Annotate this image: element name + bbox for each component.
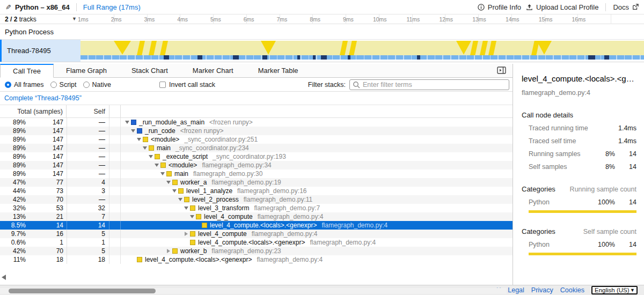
- collapse-icon[interactable]: [153, 164, 159, 167]
- activity-slash: [488, 41, 496, 55]
- ruler-tick-label: 13ms: [465, 16, 486, 23]
- calltree-row[interactable]: 42%70—level_2_processflamegraph_demo.py:…: [0, 195, 513, 204]
- row-self-samples: 1: [67, 238, 109, 247]
- collapse-icon[interactable]: [171, 189, 177, 193]
- column-header-spacer: [109, 105, 121, 117]
- radio-script[interactable]: Script: [50, 81, 77, 88]
- category-percent: 100%: [591, 241, 615, 248]
- activity-triangle: [537, 41, 552, 55]
- calltree-row[interactable]: 89%147—mainflamegraph_demo.py:30: [0, 169, 513, 178]
- footer-link-legal[interactable]: Legal: [508, 286, 524, 294]
- column-header-total[interactable]: Total (samples): [0, 105, 67, 117]
- row-total-samples: 1: [27, 239, 67, 246]
- upload-local-profile-button[interactable]: Upload Local Profile: [526, 3, 598, 11]
- track-thread-78495[interactable]: Thread-78495: [0, 40, 644, 62]
- full-range-link[interactable]: Full Range (17ms): [83, 3, 141, 11]
- collapse-icon[interactable]: [177, 198, 183, 201]
- collapse-icon[interactable]: [130, 129, 136, 132]
- timeline-ruler[interactable]: 1ms2ms3ms4ms5ms6ms7ms8ms9ms10ms11ms12ms1…: [80, 14, 644, 24]
- calltree-row[interactable]: 89%147—_run_module_as_main<frozen runpy>: [0, 118, 513, 127]
- radio-all-frames[interactable]: All frames: [5, 81, 44, 88]
- row-total-samples: 21: [27, 213, 67, 220]
- row-self-samples: —: [67, 135, 109, 144]
- radio-native[interactable]: Native: [83, 81, 111, 88]
- calltree-row[interactable]: 11%1818level_4_compute.<locals>.<genexpr…: [0, 255, 513, 264]
- edit-profile-name-icon[interactable]: ✎: [5, 3, 11, 11]
- collapse-icon[interactable]: [183, 206, 189, 210]
- function-name: main: [157, 144, 171, 152]
- tab-call-tree[interactable]: Call Tree: [0, 64, 54, 78]
- column-header-self[interactable]: Self: [67, 105, 109, 117]
- tracks-count-dropdown[interactable]: 2 / 2 tracks: [5, 16, 36, 23]
- row-function-cell: worker_bflamegraph_demo.py:23: [121, 247, 513, 255]
- row-function-cell: _execute_script_sync_coordinator.py:193: [121, 153, 513, 160]
- collapse-icon[interactable]: [142, 146, 148, 150]
- calltree-row[interactable]: 32%5332level_3_transformflamegraph_demo.…: [0, 204, 513, 212]
- row-self-samples: —: [67, 195, 109, 204]
- ruler-tick-label: 6ms: [233, 16, 254, 23]
- row-spacer: [109, 230, 121, 238]
- tab-marker-table[interactable]: Marker Table: [246, 64, 311, 77]
- profile-info-button[interactable]: Profile Info: [478, 3, 521, 11]
- row-function-cell: _run_code<frozen runpy>: [121, 127, 513, 135]
- thread-track-label[interactable]: Thread-78495: [2, 40, 80, 62]
- row-self-samples: 4: [67, 178, 109, 187]
- row-spacer: [109, 169, 121, 178]
- calltree-row[interactable]: 42%705worker_bflamegraph_demo.py:23: [0, 247, 513, 255]
- calltree-row[interactable]: 44%733level_1_analyzeflamegraph_demo.py:…: [0, 187, 513, 195]
- calltree-row[interactable]: 8.5%1414level_4_compute.<locals>.<genexp…: [0, 221, 513, 230]
- row-total-percent: 42%: [0, 196, 27, 203]
- tab-marker-chart[interactable]: Marker Chart: [180, 64, 246, 77]
- calltree-row[interactable]: 89%147—main_sync_coordinator.py:234: [0, 144, 513, 152]
- thread-activity-graph[interactable]: [80, 40, 644, 62]
- tab-stack-chart[interactable]: Stack Chart: [119, 64, 180, 77]
- function-name: level_4_compute.<locals>.<genexpr>: [198, 239, 305, 246]
- collapse-icon[interactable]: [124, 121, 130, 124]
- calltree-row[interactable]: 89%147—_execute_script_sync_coordinator.…: [0, 152, 513, 161]
- row-total-samples: 147: [27, 119, 67, 126]
- invert-call-stack-checkbox[interactable]: Invert call stack: [159, 81, 215, 88]
- expand-icon[interactable]: [183, 232, 189, 236]
- horizontal-scrollbar-track[interactable]: [0, 288, 507, 294]
- row-function-cell: level_4_compute.<locals>.<genexpr>flameg…: [121, 222, 513, 229]
- yellow-category-icon: [178, 188, 184, 194]
- calltree-row[interactable]: 89%147—_run_code<frozen runpy>: [0, 127, 513, 135]
- triangle-down-icon: [143, 146, 147, 150]
- collapse-icon[interactable]: [136, 138, 142, 141]
- footer-link-privacy[interactable]: Privacy: [531, 286, 553, 294]
- collapse-icon[interactable]: [189, 215, 195, 218]
- row-self-samples: —: [67, 161, 109, 169]
- detail-value: 14: [615, 150, 636, 158]
- collapse-icon[interactable]: [148, 155, 153, 158]
- calltree-row[interactable]: 0.6%11level_4_compute.<locals>.<genexpr>…: [0, 238, 513, 247]
- sidebar-toggle-button[interactable]: [497, 67, 506, 76]
- docs-link[interactable]: Docs: [613, 3, 639, 11]
- complete-range-link[interactable]: Complete “Thread-78495”: [4, 94, 82, 102]
- track-python-process[interactable]: Python Process: [0, 24, 644, 40]
- language-select[interactable]: English (US) ▼: [591, 286, 638, 294]
- calltree-row[interactable]: 89%147—<module>_sync_coordinator.py:251: [0, 135, 513, 144]
- calltree-row[interactable]: 13%217level_4_computeflamegraph_demo.py:…: [0, 212, 513, 221]
- categories-count-type: Running sample count: [570, 186, 636, 193]
- calltree-row[interactable]: 89%147—<module>flamegraph_demo.py:34: [0, 161, 513, 169]
- calltree-row[interactable]: 9.7%165level_4_computeflamegraph_demo.py…: [0, 230, 513, 238]
- collapse-icon[interactable]: [165, 181, 171, 184]
- row-total-percent: 9.7%: [0, 230, 27, 238]
- triangle-right-icon: [185, 232, 188, 236]
- sample-dark-segment: [604, 55, 609, 60]
- activity-slash: [470, 41, 478, 55]
- category-row: Python100%14: [522, 198, 636, 206]
- tab-flame-graph[interactable]: Flame Graph: [54, 64, 119, 77]
- row-total-percent: 32%: [0, 204, 27, 212]
- footer-link-cookies[interactable]: Cookies: [560, 286, 584, 294]
- row-function-cell: level_2_processflamegraph_demo.py:11: [121, 196, 513, 203]
- expand-icon[interactable]: [165, 249, 171, 253]
- horizontal-scrollbar-thumb[interactable]: [9, 289, 156, 293]
- ruler-tick-label: 4ms: [166, 16, 188, 23]
- calltree-row[interactable]: 47%774worker_aflamegraph_demo.py:19: [0, 178, 513, 187]
- collapse-icon[interactable]: [159, 172, 165, 175]
- category-percent: 100%: [591, 198, 615, 206]
- scroll-left-arrow-icon[interactable]: [2, 275, 6, 280]
- file-location: flamegraph_demo.py:11: [244, 196, 313, 203]
- filter-stacks-input[interactable]: [349, 79, 509, 90]
